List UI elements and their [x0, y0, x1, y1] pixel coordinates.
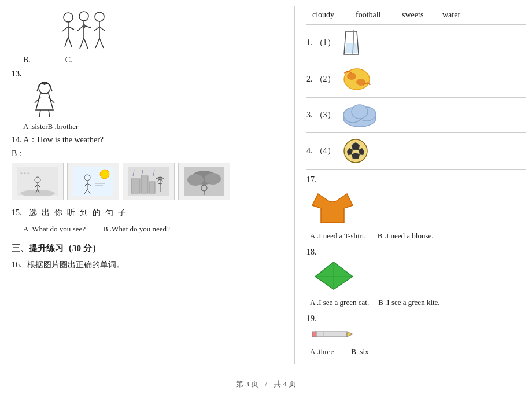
q18-choices: A .I see a green cat. B .I see a green k… [310, 298, 526, 307]
weather-img-4 [178, 163, 230, 200]
q-fill-2: 2. （2） [306, 65, 526, 94]
football-svg [341, 137, 370, 165]
q3-num: 3. [306, 111, 313, 120]
svg-rect-48 [131, 179, 140, 193]
q14-b-row: B： [12, 149, 289, 159]
q17-tshirt-area [312, 188, 526, 228]
q16-row: 16. 根据图片圈出正确的单词。 [12, 260, 289, 270]
people-illustration [58, 9, 289, 56]
svg-line-11 [84, 38, 88, 49]
svg-line-16 [95, 38, 99, 48]
svg-point-38 [100, 170, 109, 179]
q15-char-1: 选 [27, 205, 39, 221]
svg-rect-80 [312, 332, 316, 337]
q2-num: 2. [306, 75, 313, 84]
q19-choice-b: B .six [351, 347, 368, 356]
pencil-svg [312, 327, 353, 341]
q1-bracket: （1） [315, 38, 335, 48]
q15-choice-b: B .What do you need? [103, 224, 170, 234]
svg-point-59 [205, 173, 221, 185]
q15-row: 15. 选 出 你 听 到 的 句 子 A .What do you see? … [12, 205, 289, 234]
q13-num: 13. [12, 69, 22, 79]
svg-line-10 [80, 38, 84, 49]
bc-labels: B. C. [23, 56, 289, 65]
svg-rect-49 [141, 176, 148, 193]
word-bank-row: cloudy football sweets water [312, 10, 526, 20]
svg-point-64 [347, 73, 356, 80]
tshirt-svg [312, 188, 353, 226]
q-fill-3: 3. （3） [306, 101, 526, 129]
right-column: cloudy football sweets water 1. （1） 2. （… [295, 6, 532, 364]
q14-blank [32, 154, 66, 154]
kite-svg [312, 260, 356, 292]
q18-kite-area [312, 260, 526, 294]
q18-section: 18. A .I see a green cat. B .I see a gre… [306, 248, 526, 307]
q17-choice-b: B .I need a blouse. [378, 231, 434, 241]
q19-num: 19. [306, 314, 526, 323]
girl-svg [29, 81, 61, 119]
divider-5 [306, 169, 526, 170]
svg-point-58 [187, 174, 204, 186]
q19-pencil-area [312, 327, 526, 344]
q15-char-2: 出 [39, 205, 52, 221]
q13-answer: A .sisterB .brother [23, 122, 289, 131]
svg-line-3 [68, 27, 74, 30]
q18-choice-b: B .I see a green kite. [378, 298, 439, 307]
c-label: C. [65, 56, 73, 65]
q14-question: 14. A：How is the weather? [12, 135, 289, 145]
q14-label: 14. A：How is the weather? [12, 135, 104, 144]
svg-line-24 [49, 97, 54, 103]
weather-img-1: * * * [12, 163, 64, 200]
q2-bracket: （2） [315, 74, 335, 84]
page-num: 第 3 页 [236, 380, 258, 388]
svg-line-14 [94, 27, 99, 31]
svg-rect-78 [315, 332, 347, 337]
svg-point-12 [95, 12, 104, 21]
svg-line-26 [49, 110, 50, 117]
q15-num: 15. [12, 205, 22, 221]
word-water: water [442, 10, 460, 20]
q4-bracket: （4） [315, 146, 335, 156]
q15-char-8: 子 [116, 205, 128, 221]
q17-choices: A .I need a T-shirt. B .I need a blouse. [310, 231, 526, 241]
q15-char-5: 到 [77, 205, 90, 221]
q15-choices: A .What do you see? B .What do you need? [23, 224, 289, 234]
svg-rect-50 [149, 182, 155, 193]
q-fill-4: 4. （4） [306, 137, 526, 165]
q18-choice-a: A .I see a green cat. [310, 298, 369, 307]
svg-line-25 [39, 110, 40, 117]
weather-img-3 [123, 163, 175, 200]
divider-1 [306, 24, 526, 25]
svg-line-15 [99, 27, 105, 31]
word-cloudy: cloudy [312, 10, 344, 20]
people-group-svg [58, 9, 110, 56]
page-slash: / [265, 380, 267, 388]
q15-char-3: 你 [52, 205, 65, 221]
page-total: 共 4 页 [274, 380, 296, 388]
svg-text:* * *: * * * [20, 172, 29, 177]
q17-section: 17. A .I need a T-shirt. B .I need a blo… [306, 175, 526, 241]
q19-choices: A .three B .six [310, 347, 526, 356]
svg-line-4 [65, 37, 68, 47]
cloud-svg [341, 101, 379, 129]
q17-num: 17. [306, 175, 526, 185]
q15-char-7: 句 [103, 205, 116, 221]
svg-point-69 [352, 105, 368, 119]
glass-water-svg [341, 28, 361, 57]
b-label: B. [23, 56, 31, 65]
divider-3 [306, 97, 526, 98]
svg-point-6 [79, 12, 88, 21]
q19-section: 19. A .three B .six [306, 314, 526, 356]
section3-title: 三、提升练习（30 分） [12, 243, 289, 254]
q13-row: 13. [12, 69, 289, 79]
q15-char-6: 的 [90, 205, 103, 221]
svg-point-27 [43, 83, 46, 85]
word-sweets: sweets [402, 10, 431, 20]
weather-images-row: * * * [12, 163, 289, 200]
q19-choice-a: A .three [310, 347, 334, 356]
svg-line-23 [35, 97, 40, 103]
left-column: B. C. 13. [0, 6, 295, 364]
q17-choice-a: A .I need a T-shirt. [310, 231, 366, 241]
divider-4 [306, 132, 526, 133]
svg-line-17 [99, 38, 104, 48]
